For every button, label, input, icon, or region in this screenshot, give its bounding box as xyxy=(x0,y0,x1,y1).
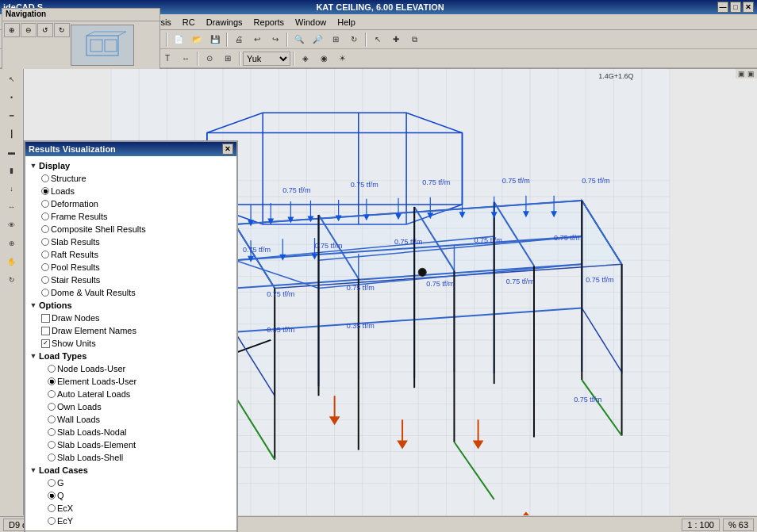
radio-loads[interactable] xyxy=(41,187,49,195)
left-btn-rotate[interactable]: ↻ xyxy=(3,271,21,289)
item-node-loads-user[interactable]: Node Loads-User xyxy=(48,362,233,375)
item-lc-ecx[interactable]: EcX xyxy=(48,502,233,515)
maximize-button[interactable]: □ xyxy=(730,2,741,13)
item-composite-shell[interactable]: Composite Shell Results xyxy=(41,223,233,235)
item-dome-vault[interactable]: Dome & Vault Results xyxy=(41,286,233,299)
menu-drawings[interactable]: Drawings xyxy=(202,17,248,28)
item-loads[interactable]: Loads xyxy=(41,185,233,197)
radio-lc-ecy[interactable] xyxy=(48,517,56,525)
item-element-loads-user[interactable]: Element Loads-User xyxy=(48,375,233,388)
left-btn-pan[interactable]: ✋ xyxy=(3,253,21,270)
panel-close-button[interactable]: ✕ xyxy=(222,144,233,155)
tool-print[interactable]: 🖨 xyxy=(230,32,248,48)
item-pool-results[interactable]: Pool Results xyxy=(41,261,233,274)
left-btn-beam[interactable]: ━ xyxy=(3,107,21,124)
radio-stair-results[interactable] xyxy=(41,276,49,284)
menu-window[interactable]: Window xyxy=(290,17,331,28)
radio-frame-results[interactable] xyxy=(41,212,49,220)
radio-auto-lateral-loads[interactable] xyxy=(48,390,56,398)
radio-lc-g[interactable] xyxy=(48,479,56,487)
tool-save[interactable]: 💾 xyxy=(206,32,224,48)
nav-btn-1[interactable]: ⊕ xyxy=(4,23,20,37)
tool-material[interactable]: ◉ xyxy=(315,51,332,67)
section-display[interactable]: ▼ Display xyxy=(29,159,233,172)
radio-slab-loads-shell[interactable] xyxy=(48,454,56,461)
tool-move[interactable]: ✚ xyxy=(387,32,405,48)
item-draw-nodes[interactable]: Draw Nodes xyxy=(41,312,233,324)
tool-zoom-in[interactable]: 🔍 xyxy=(290,32,308,48)
tool-text[interactable]: T xyxy=(159,51,176,67)
tool-select[interactable]: ↖ xyxy=(369,32,386,48)
radio-slab-results[interactable] xyxy=(41,238,49,246)
section-load-types[interactable]: ▼ Load Types xyxy=(29,350,233,362)
item-draw-element-names[interactable]: Draw Element Names xyxy=(41,324,233,337)
item-show-units[interactable]: ✓ Show Units xyxy=(41,337,233,350)
tool-copy[interactable]: ⧉ xyxy=(405,32,423,48)
tool-light[interactable]: ☀ xyxy=(333,51,351,67)
item-structure[interactable]: Structure xyxy=(41,172,233,185)
yuk-dropdown[interactable]: Yuk xyxy=(243,52,290,66)
item-slab-loads-shell[interactable]: Slab Loads-Shell xyxy=(48,451,233,464)
radio-lc-ecx[interactable] xyxy=(48,504,56,512)
tool-snap[interactable]: ⊙ xyxy=(201,51,218,67)
left-btn-zoom[interactable]: ⊕ xyxy=(3,235,21,252)
radio-slab-loads-element[interactable] xyxy=(48,441,56,449)
tool-redo[interactable]: ↪ xyxy=(267,32,284,48)
menu-rc[interactable]: RC xyxy=(178,17,200,28)
menu-reports[interactable]: Reports xyxy=(249,17,290,28)
tool-dim[interactable]: ↔ xyxy=(177,51,194,67)
checkbox-draw-nodes[interactable] xyxy=(41,314,50,323)
item-lc-ecy[interactable]: EcY xyxy=(48,515,233,527)
left-btn-node[interactable]: • xyxy=(3,89,21,106)
nav-btn-4[interactable]: ↻ xyxy=(54,23,70,37)
item-raft-results[interactable]: Raft Results xyxy=(41,248,233,261)
left-btn-select[interactable]: ↖ xyxy=(3,71,21,88)
item-lc-g[interactable]: G xyxy=(48,477,233,489)
left-btn-wall[interactable]: ▮ xyxy=(3,162,21,179)
item-stair-results[interactable]: Stair Results xyxy=(41,274,233,286)
minimize-button[interactable]: — xyxy=(717,2,728,13)
menu-help[interactable]: Help xyxy=(332,17,360,28)
radio-own-loads[interactable] xyxy=(48,403,56,411)
left-btn-dim[interactable]: ↔ xyxy=(3,198,21,216)
checkbox-draw-element-names[interactable] xyxy=(41,327,50,335)
section-options[interactable]: ▼ Options xyxy=(29,299,233,312)
radio-node-loads-user[interactable] xyxy=(48,365,56,373)
tool-undo[interactable]: ↩ xyxy=(248,32,266,48)
radio-composite-shell[interactable] xyxy=(41,225,49,233)
left-btn-column[interactable]: ┃ xyxy=(3,125,21,143)
section-load-cases[interactable]: ▼ Load Cases xyxy=(29,464,233,477)
item-own-loads[interactable]: Own Loads xyxy=(48,400,233,413)
radio-raft-results[interactable] xyxy=(41,251,49,258)
item-lc-q[interactable]: Q xyxy=(48,489,233,502)
item-slab-results[interactable]: Slab Results xyxy=(41,235,233,248)
item-deformation[interactable]: Deformation xyxy=(41,197,233,210)
radio-structure[interactable] xyxy=(41,174,49,182)
radio-slab-loads-nodal[interactable] xyxy=(48,428,56,436)
tool-zoom-all[interactable]: ⊞ xyxy=(327,32,344,48)
left-btn-slab[interactable]: ▬ xyxy=(3,144,21,161)
radio-wall-loads[interactable] xyxy=(48,415,56,423)
tool-rotate[interactable]: ↻ xyxy=(345,32,363,48)
checkbox-show-units[interactable]: ✓ xyxy=(41,339,50,348)
item-slab-loads-element[interactable]: Slab Loads-Element xyxy=(48,438,233,451)
nav-btn-2[interactable]: ⊖ xyxy=(21,23,37,37)
radio-element-loads-user[interactable] xyxy=(48,377,56,385)
item-wall-loads[interactable]: Wall Loads xyxy=(48,413,233,426)
tool-render[interactable]: ◈ xyxy=(297,51,314,67)
tool-open[interactable]: 📂 xyxy=(188,32,206,48)
radio-pool-results[interactable] xyxy=(41,263,49,271)
tool-zoom-out[interactable]: 🔎 xyxy=(309,32,326,48)
nav-btn-3[interactable]: ↺ xyxy=(37,23,53,37)
left-btn-load[interactable]: ↓ xyxy=(3,180,21,197)
item-slab-loads-nodal[interactable]: Slab Loads-Nodal xyxy=(48,426,233,438)
item-frame-results[interactable]: Frame Results xyxy=(41,210,233,223)
tool-new[interactable]: 📄 xyxy=(170,32,187,48)
close-button[interactable]: ✕ xyxy=(743,2,754,13)
radio-dome-vault[interactable] xyxy=(41,289,49,297)
left-btn-view[interactable]: 👁 xyxy=(3,216,21,234)
radio-lc-q[interactable] xyxy=(48,492,56,499)
item-auto-lateral-loads[interactable]: Auto Lateral Loads xyxy=(48,388,233,400)
tool-grid[interactable]: ⊞ xyxy=(219,51,236,67)
radio-deformation[interactable] xyxy=(41,200,49,208)
